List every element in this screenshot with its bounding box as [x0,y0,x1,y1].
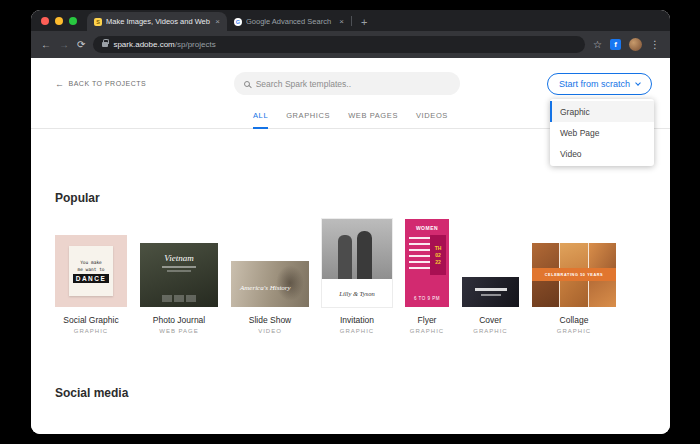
preview-thumbnails [162,295,196,302]
preview-subtitle-bar [167,270,191,272]
reload-button[interactable]: ⟳ [77,40,85,50]
tab-label: Make Images, Videos and Web [106,17,211,26]
preview-title-bar [475,288,507,291]
browser-window: S Make Images, Videos and Web × G Google… [31,10,670,434]
start-button-label: Start from scratch [559,79,630,89]
template-name: Social Graphic [63,315,118,325]
template-type: GRAPHIC [557,328,591,334]
back-button[interactable]: ← [41,40,51,50]
page-header: ← BACK TO PROJECTS Start from scratch [31,58,670,95]
dropdown-item-graphic[interactable]: Graphic [550,101,654,122]
preview-subtitle-bar [481,294,501,296]
template-type: WEB PAGE [159,328,199,334]
template-name: Slide Show [249,315,292,325]
tab-videos[interactable]: VIDEOS [416,111,448,128]
search-bar[interactable] [234,72,460,95]
section-title-next: Social media [55,386,670,400]
minimize-window-button[interactable] [55,17,63,25]
template-name: Collage [560,315,589,325]
facebook-extension-icon[interactable]: f [610,39,621,50]
template-type: GRAPHIC [473,328,507,334]
preview-text: Vietnam [164,253,193,263]
preview-photo [322,219,392,279]
preview-text: me want to [77,267,104,272]
preview-inner-card: You make me want to DANCE [69,246,113,296]
bookmark-star-icon[interactable]: ☆ [593,39,602,50]
preview-text: America's History [240,284,291,292]
template-card-flyer[interactable]: WOMEN TH 02 22 6 TO 9 PM Flyer GRAPHIC [405,219,449,334]
preview-text: WOMEN [416,225,438,231]
search-area [146,72,547,95]
profile-avatar[interactable] [629,38,642,51]
template-name: Photo Journal [153,315,205,325]
dropdown-item-web-page[interactable]: Web Page [550,122,654,143]
template-preview-slide-show: America's History [231,261,309,307]
search-input[interactable] [256,79,450,89]
template-type: GRAPHIC [340,328,374,334]
template-name: Cover [479,315,502,325]
preview-text: DANCE [73,274,110,283]
template-card-social-graphic[interactable]: You make me want to DANCE Social Graphic… [55,235,127,334]
search-icon [244,81,250,87]
close-tab-icon[interactable]: × [215,17,220,26]
spark-favicon-icon: S [94,18,102,26]
preview-date-block: TH 02 22 [430,235,446,275]
tab-separator [351,16,352,26]
preview-text: 6 TO 9 PM [414,296,440,301]
template-card-slide-show[interactable]: America's History Slide Show VIDEO [231,261,309,334]
new-tab-button[interactable]: + [361,17,367,28]
back-to-projects-link[interactable]: ← BACK TO PROJECTS [55,79,146,89]
template-type: GRAPHIC [74,328,108,334]
preview-text: CELEBRATING 50 YEARS [545,273,604,277]
template-preview-collage: CELEBRATING 50 YEARS [532,243,616,307]
tab-all[interactable]: ALL [253,111,268,129]
template-name: Invitation [340,315,374,325]
section-title-popular: Popular [55,191,670,205]
google-favicon-icon: G [234,18,242,26]
back-arrow-icon: ← [55,79,65,89]
forward-button[interactable]: → [59,40,69,50]
close-window-button[interactable] [41,17,49,25]
preview-banner: CELEBRATING 50 YEARS [532,268,616,281]
preview-subtitle-bar [162,266,196,268]
page-content: ← BACK TO PROJECTS Start from scratch Gr… [31,58,670,434]
tab-web-pages[interactable]: WEB PAGES [348,111,398,128]
dropdown-item-video[interactable]: Video [550,143,654,164]
start-from-scratch-dropdown: Graphic Web Page Video [550,99,654,166]
url-host: spark.adobe.com [113,40,174,49]
tab-graphics[interactable]: GRAPHICS [286,111,330,128]
browser-menu-icon[interactable]: ⋮ [650,39,660,50]
zoom-window-button[interactable] [69,17,77,25]
browser-tab-spark[interactable]: S Make Images, Videos and Web × [87,12,227,31]
template-card-cover[interactable]: Cover GRAPHIC [462,277,519,334]
browser-tab-google[interactable]: G Google Advanced Search × [227,12,351,31]
start-from-scratch-button[interactable]: Start from scratch [547,73,652,95]
template-preview-invitation: Lilly & Tyson [322,219,392,307]
toolbar-icons: ☆ f ⋮ [593,38,660,51]
template-card-photo-journal[interactable]: Vietnam Photo Journal WEB PAGE [140,243,218,334]
browser-toolbar: ← → ⟳ spark.adobe.com/sp/projects ☆ f ⋮ [31,31,670,58]
address-bar[interactable]: spark.adobe.com/sp/projects [93,36,585,53]
template-cards-row: You make me want to DANCE Social Graphic… [31,205,670,334]
chevron-down-icon [635,80,641,86]
preview-text: You make [80,260,102,265]
template-preview-photo-journal: Vietnam [140,243,218,307]
template-preview-flyer: WOMEN TH 02 22 6 TO 9 PM [405,219,449,307]
tab-label: Google Advanced Search [246,17,335,26]
url-path: /sp/projects [175,40,216,49]
preview-text: Lilly & Tyson [322,279,392,307]
preview-stripes [409,237,430,273]
template-card-collage[interactable]: CELEBRATING 50 YEARS Collage GRAPHIC [532,243,616,334]
lock-icon [102,42,108,47]
template-type: GRAPHIC [410,328,444,334]
template-preview-cover [462,277,519,307]
close-tab-icon[interactable]: × [339,17,344,26]
template-name: Flyer [418,315,437,325]
template-preview-social-graphic: You make me want to DANCE [55,235,127,307]
traffic-lights [41,10,77,31]
template-type: VIDEO [258,328,282,334]
back-link-label: BACK TO PROJECTS [69,80,147,87]
tab-strip: S Make Images, Videos and Web × G Google… [31,10,670,31]
template-card-invitation[interactable]: Lilly & Tyson Invitation GRAPHIC [322,219,392,334]
